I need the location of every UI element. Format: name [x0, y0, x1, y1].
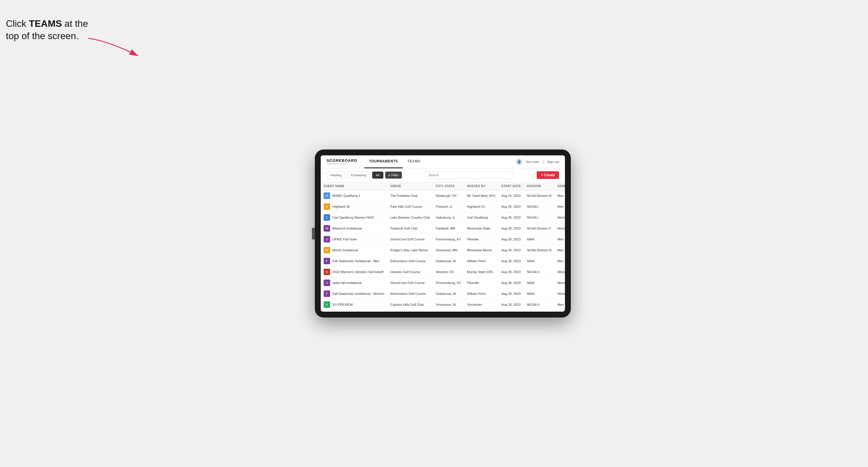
cell-hosted-by: Highland CC: [464, 201, 498, 212]
cell-hosted-by: Mt. Saint Mary (NY): [464, 190, 498, 201]
tournaments-table: EVENT NAME VENUE CITY, STATE HOSTED BY S…: [321, 182, 565, 312]
cell-start-date: Aug 28, 2023: [498, 288, 524, 299]
cell-division: NCAA Division III: [524, 245, 555, 256]
instruction-arrow: [85, 35, 150, 66]
instruction-prefix: Click: [6, 18, 29, 29]
cell-hosted-by: Minnesota-Morris: [464, 245, 498, 256]
col-city-state: CITY, STATE: [433, 182, 464, 190]
user-icon: 👤: [516, 159, 522, 165]
cell-gender: Men: [554, 299, 565, 310]
cell-hosted-by: Pikeville: [464, 234, 498, 245]
cell-division: NICAA I: [524, 212, 555, 223]
table-row: H Highland 36 Park Hills Golf Course Fre…: [321, 201, 565, 212]
table-row: M MSMC Qualifying 1 The Powelton Club Ne…: [321, 190, 565, 201]
cell-city-state: Galesburg, IL: [433, 212, 464, 223]
tablet-device: SCOREBOARD Powered by Clippit TOURNAMENT…: [315, 150, 571, 317]
cell-event-name: U UPIKE Fall Invite: [321, 234, 387, 245]
cell-gender: Women: [554, 267, 565, 278]
nav-left: SCOREBOARD Powered by Clippit TOURNAMENT…: [327, 155, 425, 168]
cell-gender: Women: [554, 310, 565, 312]
cell-division: NAIA: [524, 256, 555, 267]
cell-venue: The Powelton Club: [387, 190, 433, 201]
cell-event-name: U upike fall invitational: [321, 278, 387, 288]
event-name-text: VU PREVIEW: [333, 303, 353, 306]
hosting-filter-button[interactable]: Hosting: [327, 172, 345, 179]
event-name-text: 2023 Women's Hesston Fall Kickoff: [333, 270, 383, 274]
col-division: DIVISION: [524, 182, 555, 190]
event-name-text: MSMC Qualifying 1: [333, 194, 361, 197]
event-name-text: Morris Invitational: [333, 248, 358, 252]
app-logo: SCOREBOARD Powered by Clippit: [327, 159, 357, 165]
event-logo: F: [324, 290, 330, 297]
col-gender: GENDER: [554, 182, 565, 190]
cell-start-date: Aug 28, 2023: [498, 234, 524, 245]
cell-start-date: Aug 28, 2023: [498, 267, 524, 278]
cell-division: NCAA Division II: [524, 223, 555, 234]
cell-city-state: Newburgh, NY: [433, 190, 464, 201]
cell-gender: Men: [554, 245, 565, 256]
event-logo: C: [324, 214, 330, 221]
table-header: EVENT NAME VENUE CITY, STATE HOSTED BY S…: [321, 182, 565, 190]
event-logo: U: [324, 280, 330, 286]
event-name-text: Fall Statesmen Invitational - Men: [333, 259, 379, 263]
cell-division: NICAA I: [524, 201, 555, 212]
cell-city-state: Hesston, KS: [433, 267, 464, 278]
cell-event-name: F Fall Statesmen Invitational - Men: [321, 256, 387, 267]
all-filter-button[interactable]: All: [372, 172, 383, 179]
cell-venue: Cypress Hills Golf Club: [387, 299, 433, 310]
event-name-text: Fall Statesmen Invitational - Women: [333, 292, 384, 295]
filter-lines-icon: ≡: [389, 173, 390, 177]
nav-bar: SCOREBOARD Powered by Clippit TOURNAMENT…: [321, 155, 565, 168]
cell-venue: Hesston Golf Course: [387, 267, 433, 278]
table-row: F Fall Statesmen Invitational - Women Ed…: [321, 288, 565, 299]
cell-start-date: Aug 28, 2023: [498, 256, 524, 267]
cell-division: NAIA: [524, 288, 555, 299]
event-logo: M: [324, 225, 330, 231]
cell-venue: Edmundson Golf Course: [387, 256, 433, 267]
tab-teams[interactable]: TEAMS: [403, 155, 426, 168]
signout-link[interactable]: Sign out: [547, 160, 559, 164]
tournaments-table-container: EVENT NAME VENUE CITY, STATE HOSTED BY S…: [321, 182, 565, 312]
cell-venue: Edmundson Golf Course: [387, 288, 433, 299]
tab-tournaments[interactable]: TOURNAMENTS: [364, 155, 403, 168]
nav-right: 👤 Test User | Sign out: [516, 159, 559, 165]
cell-gender: Women: [554, 223, 565, 234]
search-input[interactable]: [425, 171, 514, 179]
cell-event-name: K Klash at Kokopelli: [321, 310, 387, 312]
cell-division: NAIA: [524, 278, 555, 288]
cell-hosted-by: Pikeville: [464, 278, 498, 288]
instruction-text: Click TEAMS at thetop of the screen.: [6, 18, 88, 42]
cell-city-state: Faribault, MN: [433, 223, 464, 234]
table-row: U UPIKE Fall Invite StoneCrest Golf Cour…: [321, 234, 565, 245]
cell-hosted-by: Minnesota State: [464, 223, 498, 234]
instruction-bold: TEAMS: [29, 18, 62, 29]
event-name-text: UPIKE Fall Invite: [333, 238, 357, 241]
cell-division: NICAA II: [524, 267, 555, 278]
user-label: Test User: [526, 160, 539, 164]
cell-venue: Faribault Golf Club: [387, 223, 433, 234]
competing-filter-button[interactable]: Competing: [347, 172, 370, 179]
cell-hosted-by: Murray State (OK): [464, 267, 498, 278]
cell-start-date: Aug 25, 2023: [498, 201, 524, 212]
filter-icon-button[interactable]: ≡ Filter: [385, 172, 402, 179]
search-container: [425, 171, 514, 179]
col-hosted-by: HOSTED BY: [464, 182, 498, 190]
nav-tabs: TOURNAMENTS TEAMS: [364, 155, 425, 168]
logo-subtitle: Powered by Clippit: [327, 163, 357, 165]
event-logo: H: [324, 203, 330, 210]
cell-city-state: Prestonsburg, KY: [433, 234, 464, 245]
cell-event-name: F Fall Statesmen Invitational - Women: [321, 288, 387, 299]
cell-start-date: Aug 24, 2023: [498, 190, 524, 201]
table-row: K Klash at Kokopelli Kokopelli Golf Club…: [321, 310, 565, 312]
cell-city-state: Oskaloosa, IA: [433, 288, 464, 299]
col-start-date: START DATE: [498, 182, 524, 190]
cell-event-name: M Maverick Invitational: [321, 223, 387, 234]
event-logo: V: [324, 301, 330, 308]
cell-event-name: H 2023 Women's Hesston Fall Kickoff: [321, 267, 387, 278]
table-body: M MSMC Qualifying 1 The Powelton Club Ne…: [321, 190, 565, 312]
create-button[interactable]: + Create: [537, 171, 559, 179]
cell-gender: Men: [554, 190, 565, 201]
filter-button-label: Filter: [391, 173, 398, 177]
cell-hosted-by: William Penn: [464, 256, 498, 267]
cell-start-date: Aug 28, 2023: [498, 310, 524, 312]
